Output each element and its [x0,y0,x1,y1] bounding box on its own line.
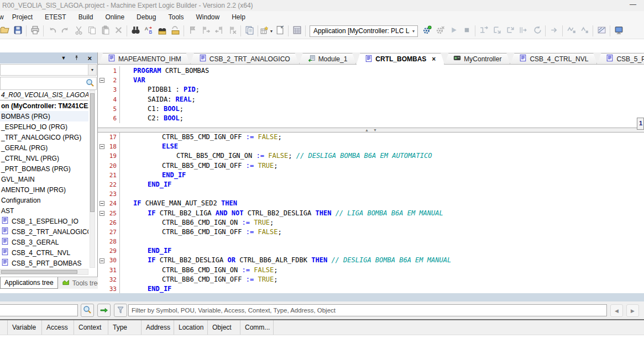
redo-button[interactable] [59,24,72,38]
find-button[interactable] [129,24,142,38]
replace-button[interactable]: AB [142,24,155,38]
code-body-pane[interactable]: 17CTRL_BB5_CMD_IGN_OFF := FALSE;18ELSE19… [98,133,644,293]
tab-applications-tree[interactable]: Applications tree [0,277,58,289]
code-line-2[interactable]: 2VAR [98,76,644,85]
tree-item-ctrl-nvl-prg[interactable]: _CTRL_NVL (PRG) [0,153,88,163]
code-line-32[interactable]: 32CTRL_BB6_CMD_IGN_OFF := TRUE; [98,275,644,284]
search-button[interactable] [81,304,94,317]
logout-button[interactable] [433,24,447,38]
tree-vertical-scrollbar[interactable] [90,90,95,268]
code-line-31[interactable]: 31CTRL_BB6_CMD_IGN_ON := FALSE; [98,266,644,275]
force-values-button[interactable] [564,24,578,38]
code-line-27[interactable]: 27CTRL_BB6_CMD_IGN_OFF := FALSE; [98,227,644,237]
horizontal-scrollbar-thumb[interactable] [1,270,77,274]
menu-item-w[interactable]: w [0,11,6,23]
tree-item-csb-1-espelho-io[interactable]: CSB_1_ESPELHO_IO [0,216,88,226]
tree-horizontal-scrollbar[interactable] [0,269,88,275]
filter-button[interactable] [114,304,127,317]
tree-item-gvl-main[interactable]: GVL_MAIN [0,174,88,184]
column-header-variable[interactable]: Variable [8,320,42,335]
code-line-23[interactable]: 23 [98,189,644,199]
tab-crtl-bombas[interactable]: CRTL_BOMBAS× [356,53,444,65]
fold-collapse-icon[interactable] [98,209,106,218]
start-button[interactable] [447,24,460,38]
column-header-type[interactable]: Type [108,320,142,335]
code-line-20[interactable]: 20CTRL_BB5_CMD_IGN_OFF := TRUE; [98,161,644,171]
splitter-down-icon[interactable]: ▼ [373,128,377,132]
tree-item-csb-2-trt-analogico[interactable]: CSB_2_TRT_ANALOGICO [0,226,88,237]
tree-item-4-r00-veolia-sis-lagoa[interactable]: 4_R00_VEOLIA_SIS_LAGOA▼ [0,90,88,100]
replace-in-project-button[interactable] [169,24,182,38]
vertical-scrollbar-thumb[interactable] [90,93,95,212]
code-line-17[interactable]: 17CTRL_BB5_CMD_IGN_OFF := FALSE; [98,133,644,142]
tree-item-amento-ihm-prg[interactable]: AMENTO_IHM (PRG) [0,184,88,195]
column-header-access[interactable]: Access [42,320,74,335]
code-line-22[interactable]: 22END_IF [98,180,644,189]
nav-right-button[interactable]: ▶ [626,304,639,317]
tree-item-espelho-io-prg[interactable]: _ESPELHO_IO (PRG) [0,121,88,132]
tab-module-1[interactable]: Module_1 [299,53,357,65]
code-line-19[interactable]: 19CTRL_BB5_CMD_IGN_ON := FALSE; // DESLI… [98,151,644,161]
code-line-29[interactable]: 29END_IF [98,246,644,256]
tree-item-prt-bombas-prg[interactable]: _PRT_BOMBAS (PRG) [0,163,88,174]
menu-item-etest[interactable]: ETEST [39,11,72,23]
code-line-1[interactable]: 1PROGRAM CRTL_BOMBAS [98,66,644,76]
code-line-33[interactable]: 33END_IF [98,284,644,293]
pane-splitter[interactable]: ▲ ▼ [98,128,644,133]
run-to-cursor-button[interactable] [517,24,530,38]
menu-item-project[interactable]: Project [6,11,39,23]
zoom-level-badge[interactable]: 1 [637,118,644,130]
reset-warm-button[interactable] [530,24,543,38]
code-line-25[interactable]: 25IF CTRL_BB2_LIGA AND NOT CTRL_BB2_DESL… [98,209,644,218]
panel-menu-dropdown-icon[interactable]: ▼ [61,56,66,61]
login-button[interactable] [420,24,433,38]
device-filter-combo[interactable]: ▼ [0,64,97,76]
tab-csb-5-prt-bc[interactable]: CSB_5_PRT_BC [597,53,644,65]
tree-item-on-mycontroller-tm241ce2[interactable]: on (MyController: TM241CE2 [0,100,88,111]
tab-close-icon[interactable]: × [432,55,436,63]
tab-mapeamento-ihm[interactable]: MAPEAMENTO_IHM [99,53,190,65]
panel-close-icon[interactable]: × [87,55,92,62]
new-pou-button[interactable] [273,24,286,38]
fold-collapse-icon[interactable] [98,76,106,85]
new-object-button[interactable]: ▼ [260,24,273,38]
flow-control-button[interactable] [595,24,608,38]
menu-item-online[interactable]: Online [99,11,130,23]
previous-bookmark-button[interactable] [212,24,226,38]
symbol-search-input[interactable] [0,304,78,316]
undo-button[interactable] [45,24,59,38]
declaration-pane[interactable]: 1PROGRAM CRTL_BOMBAS2VAR3PIDBB1 : PID;4S… [98,65,644,128]
tree-item-geral-prg[interactable]: _GERAL (PRG) [0,142,88,153]
object-grid-button[interactable] [290,24,303,38]
go-button[interactable] [97,304,111,317]
simulation-monitor-button[interactable] [612,24,625,38]
menu-item-tools[interactable]: Tools [162,11,190,23]
tree-search-input[interactable] [1,77,86,89]
delete-button[interactable] [112,24,125,38]
stop-button[interactable] [460,24,473,38]
code-line-21[interactable]: 21END_IF [98,171,644,180]
menu-item-help[interactable]: Help [226,11,252,23]
fold-collapse-icon[interactable] [98,256,106,265]
tree-item-csb-3-geral[interactable]: CSB_3_GERAL [0,237,88,247]
open-project-button[interactable] [0,24,11,38]
tree-item-configuration[interactable]: Configuration [0,195,88,205]
step-into-button[interactable] [490,24,504,38]
menu-item-build[interactable]: Build [72,11,100,23]
code-line-18[interactable]: 18ELSE [98,142,644,151]
toggle-bookmark-button[interactable] [186,24,199,38]
splitter-up-icon[interactable]: ▲ [365,128,369,132]
single-cycle-button[interactable] [547,24,561,38]
paste-button[interactable] [98,24,112,38]
tree-item-bombas-prg[interactable]: BOMBAS (PRG) [0,111,88,121]
minimize-button[interactable]: — [630,1,636,8]
tree-item-csb-4-ctrl-nvl[interactable]: CSB_4_CTRL_NVL [0,247,88,258]
code-line-5[interactable]: 5C1: BOOL; [98,104,644,114]
tree-item-ast[interactable]: AST [0,205,88,216]
find-in-project-button[interactable] [155,24,169,38]
tab-csb-2-trt-analogico[interactable]: CSB_2_TRT_ANALOGICO [190,53,299,65]
panel-pin-icon[interactable] [74,55,80,62]
column-header-location[interactable]: Location [174,320,208,335]
code-line-28[interactable]: 28 [98,237,644,246]
nav-left-button[interactable]: ◀ [610,304,623,317]
